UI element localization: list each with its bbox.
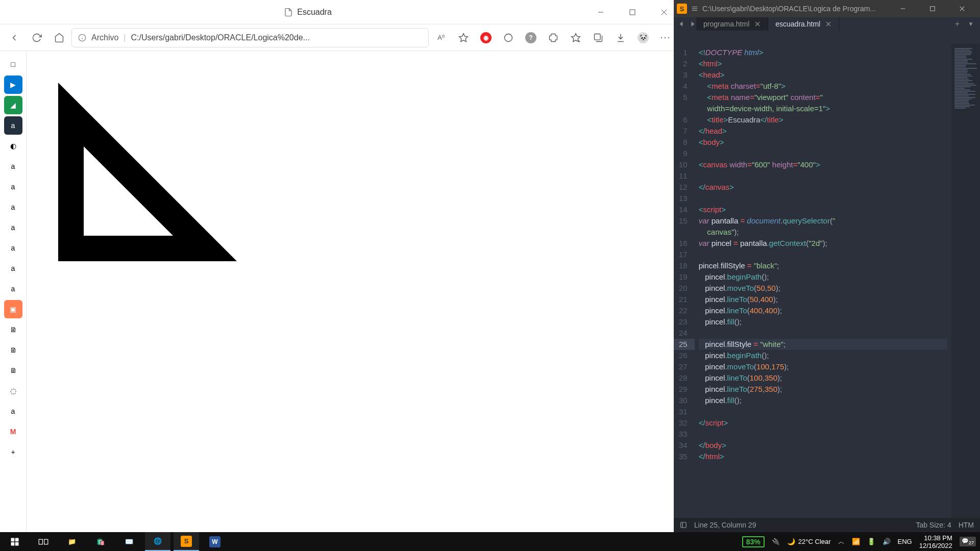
editor-maximize-button[interactable] <box>918 0 947 17</box>
weather-widget[interactable]: 🌙 22°C Clear <box>787 538 831 545</box>
wifi-icon[interactable]: 📶 <box>852 538 860 545</box>
tab-dropdown-button[interactable]: ▼ <box>965 20 977 28</box>
svg-rect-11 <box>595 34 601 40</box>
weather-text: 22°C Clear <box>798 538 831 545</box>
panel-icon[interactable] <box>680 521 687 529</box>
moon-icon: 🌙 <box>787 538 795 545</box>
menu-icon[interactable] <box>691 5 698 12</box>
sidebar-item-12[interactable]: ▣ <box>4 300 22 318</box>
sidebar-item-15[interactable]: 🗎 <box>4 361 22 380</box>
battery-indicator[interactable]: 83% <box>742 536 765 547</box>
svg-rect-32 <box>44 539 48 544</box>
taskbar-sublime[interactable]: S <box>174 532 199 551</box>
sidebar-item-1[interactable]: ▶ <box>4 76 22 94</box>
taskbar: 📁 🛍️ ✉️ 🌐 S W 83% 🔌 🌙 22°C Clear ︿ 📶 🔋 🔊… <box>0 532 980 551</box>
status-tabsize[interactable]: Tab Size: 4 <box>916 521 951 529</box>
editor-minimize-button[interactable] <box>888 0 918 17</box>
svg-marker-20 <box>692 22 694 26</box>
taskbar-store[interactable]: 🛍️ <box>88 532 113 551</box>
info-icon <box>78 34 86 42</box>
back-button[interactable] <box>4 28 24 48</box>
language-indicator[interactable]: ENG <box>898 538 912 545</box>
volume-icon[interactable]: 🔊 <box>883 538 891 545</box>
task-view-button[interactable] <box>31 532 56 551</box>
downloads-button[interactable] <box>610 28 631 48</box>
sidebar-item-3[interactable]: a <box>4 116 22 135</box>
favorite-button[interactable] <box>453 28 474 48</box>
page-viewport <box>27 51 680 532</box>
sidebar-item-9[interactable]: a <box>4 239 22 257</box>
sidebar-item-2[interactable]: ◢ <box>4 96 22 114</box>
new-tab-button[interactable]: + <box>952 19 963 29</box>
charging-icon: 🔌 <box>772 538 780 545</box>
collections-button[interactable] <box>588 28 608 48</box>
sync-icon[interactable] <box>498 28 519 48</box>
tray-chevron-icon[interactable]: ︿ <box>838 537 845 546</box>
help-icon[interactable]: ? <box>521 28 541 48</box>
escuadra-canvas <box>33 57 339 261</box>
clock[interactable]: 10:38 PM 12/16/2022 <box>919 534 952 549</box>
status-cursor: Line 25, Column 29 <box>694 521 756 529</box>
editor-titlebar: S C:\Users\gabri\Desktop\ORACLE\Logica d… <box>674 0 980 17</box>
sidebar-item-10[interactable]: a <box>4 259 22 278</box>
address-path: C:/Users/gabri/Desktop/ORACLE/Logica%20d… <box>131 33 310 42</box>
favorites-button[interactable] <box>566 28 586 48</box>
svg-marker-7 <box>459 33 468 41</box>
minimize-button[interactable] <box>585 0 617 24</box>
tray-battery-icon[interactable]: 🔋 <box>867 538 875 545</box>
minimap[interactable] <box>951 44 980 518</box>
sidebar-item-7[interactable]: a <box>4 198 22 216</box>
read-aloud-button[interactable]: A⁰ <box>431 28 451 48</box>
editor-close-button[interactable] <box>947 0 977 17</box>
code-area[interactable]: <!DOCTYPE html><html><head> <meta charse… <box>695 44 951 518</box>
sidebar-item-0[interactable]: □ <box>4 55 22 73</box>
editor-body[interactable]: 12345 6789101112131415 16171819202122232… <box>674 44 980 518</box>
extensions-button[interactable] <box>543 28 564 48</box>
editor-tabs: programa.htmlescuadra.html <box>696 17 839 31</box>
address-bar[interactable]: Archivo | C:/Users/gabri/Desktop/ORACLE/… <box>71 28 429 47</box>
tab-programa-html[interactable]: programa.html <box>696 17 768 31</box>
maximize-button[interactable] <box>617 0 648 24</box>
more-button[interactable]: ··· <box>655 28 676 48</box>
svg-point-8 <box>505 34 512 41</box>
svg-rect-31 <box>39 539 42 544</box>
start-button[interactable] <box>2 532 28 551</box>
sidebar-item-11[interactable]: a <box>4 280 22 298</box>
line-gutter: 12345 6789101112131415 16171819202122232… <box>674 44 695 518</box>
taskbar-edge[interactable]: 🌐 <box>145 532 170 551</box>
editor-window: S C:\Users\gabri\Desktop\ORACLE\Logica d… <box>674 0 980 532</box>
sidebar-item-8[interactable]: a <box>4 218 22 237</box>
status-language[interactable]: HTM <box>959 521 974 529</box>
tab-escuadra-html[interactable]: escuadra.html <box>768 17 839 31</box>
browser-titlebar: Escuadra <box>0 0 680 24</box>
taskbar-word[interactable]: W <box>202 532 228 551</box>
svg-rect-28 <box>15 538 19 541</box>
sidebar-item-14[interactable]: 🗎 <box>4 341 22 359</box>
taskbar-mail[interactable]: ✉️ <box>116 532 142 551</box>
sidebar-item-18[interactable]: M <box>4 422 22 441</box>
notification-button[interactable]: 💬27 <box>960 537 976 546</box>
profile-button[interactable]: 🐼 <box>633 28 653 48</box>
taskbar-explorer[interactable]: 📁 <box>59 532 85 551</box>
sidebar-item-4[interactable]: ◐ <box>4 137 22 155</box>
home-button[interactable] <box>49 28 69 48</box>
sidebar-item-6[interactable]: a <box>4 178 22 196</box>
address-label: Archivo <box>91 33 118 42</box>
svg-rect-25 <box>681 522 687 528</box>
tab-history-back[interactable] <box>677 19 686 29</box>
refresh-button[interactable] <box>27 28 47 48</box>
sidebar-item-16[interactable]: ◌ <box>4 382 22 400</box>
svg-rect-29 <box>11 542 15 545</box>
browser-title: Escuadra <box>31 8 585 17</box>
sidebar-item-13[interactable]: 🗎 <box>4 320 22 339</box>
browser-sidebar: □▶◢a◐aaaaaaa▣🗎🗎🗎◌aM+ <box>0 51 27 532</box>
svg-rect-16 <box>930 7 935 11</box>
sidebar-item-5[interactable]: a <box>4 157 22 176</box>
browser-toolbar: Archivo | C:/Users/gabri/Desktop/ORACLE/… <box>0 24 680 51</box>
document-icon <box>284 8 293 17</box>
sidebar-item-17[interactable]: a <box>4 402 22 420</box>
sidebar-item-19[interactable]: + <box>4 443 22 461</box>
svg-rect-1 <box>630 10 635 15</box>
clock-time: 10:38 PM <box>919 534 952 542</box>
adblock-icon[interactable]: ◉ <box>476 28 496 48</box>
